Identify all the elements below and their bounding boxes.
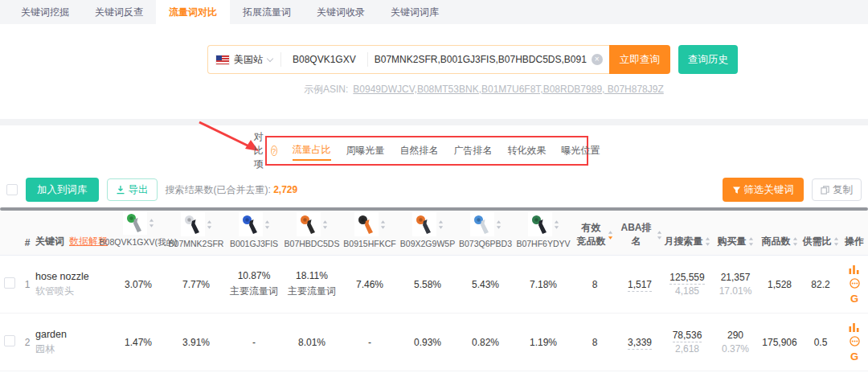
product-photo[interactable]: [470, 212, 494, 236]
sort-icon[interactable]: [792, 236, 798, 247]
product-photo[interactable]: [123, 211, 147, 235]
filter-keywords-button[interactable]: 筛选关键词: [723, 178, 805, 202]
traffic-share-cell: 10.87%主要流量词: [225, 256, 283, 314]
search-section: 美国站 B08QVK1GXV B07MNK2SFR,B001GJ3FIS,B07…: [0, 24, 868, 119]
sort-icon[interactable]: [705, 236, 710, 247]
copy-button[interactable]: 复制: [812, 178, 862, 201]
main-asin-input[interactable]: B08QVK1GXV: [281, 54, 367, 65]
header-goods-count: 商品数: [759, 211, 800, 256]
goods-count-cell: 175,906: [759, 314, 800, 371]
sort-icon[interactable]: [657, 230, 662, 240]
google-trends-icon[interactable]: G: [850, 350, 858, 363]
header-product-7: B07HF6YDYV: [514, 211, 572, 256]
us-flag-icon: [216, 55, 229, 64]
product-photo[interactable]: [412, 212, 436, 236]
nav-tab-expand-traffic[interactable]: 拓展流量词: [230, 0, 304, 24]
sort-icon[interactable]: [554, 219, 559, 230]
compare-tab-conversion[interactable]: 转化效果: [508, 141, 547, 160]
funnel-icon: [732, 186, 741, 195]
sort-icon[interactable]: [748, 236, 754, 247]
keyword-cell[interactable]: hose nozzle 软管喷头: [35, 256, 109, 314]
nav-tab-keyword-index[interactable]: 关键词收录: [304, 0, 378, 24]
example-asin-row: 示例ASIN:B0949DWJCV,B08MT53BNK,B01M7U6F8T,…: [304, 83, 868, 96]
site-selector-value: 美国站: [234, 53, 263, 67]
traffic-share-cell: 1.19%: [514, 314, 572, 371]
sort-icon[interactable]: [496, 219, 502, 230]
export-button[interactable]: 导出: [107, 178, 158, 201]
supply-demand-cell: 0.5: [800, 314, 841, 371]
sort-icon-active-desc[interactable]: [608, 230, 613, 240]
select-all-checkbox[interactable]: [6, 184, 18, 195]
traffic-share-cell: 8.01%: [283, 314, 341, 371]
more-detail-icon[interactable]: [850, 278, 860, 290]
header-index: #: [19, 211, 35, 256]
spray-nozzle-icon: [125, 212, 145, 233]
compare-tab-organic-rank[interactable]: 自然排名: [400, 141, 439, 160]
more-detail-icon[interactable]: [850, 336, 860, 348]
compare-tab-weekly-impressions[interactable]: 周曝光量: [346, 141, 385, 160]
trend-chart-icon[interactable]: [849, 264, 860, 276]
header-competitors: 有效 竞品数: [572, 211, 617, 256]
traffic-share-cell: -: [341, 314, 399, 371]
competitors-cell: 8: [572, 314, 617, 371]
spray-nozzle-icon: [472, 214, 493, 235]
header-purchase: 购买量: [712, 211, 759, 256]
sort-icon[interactable]: [264, 219, 270, 230]
toolbar: 加入到词库 导出 搜索结果数(已合并去重): 2,729 筛选关键词 复制: [0, 172, 868, 207]
query-history-button[interactable]: 查询历史: [678, 45, 738, 74]
download-icon: [116, 185, 125, 195]
header-product-2: B001GJ3FIS: [225, 211, 283, 256]
spray-nozzle-icon: [414, 214, 435, 235]
sort-icon[interactable]: [833, 236, 839, 247]
trend-chart-icon[interactable]: [849, 322, 860, 334]
spray-nozzle-icon: [240, 214, 261, 235]
keyword-table: # 关键词 数据解释 B08QV: [0, 211, 868, 371]
nav-tab-reverse-lookup[interactable]: 关键词反查: [82, 0, 156, 24]
traffic-share-cell: 0.93%: [399, 314, 457, 371]
compare-tab-ad-rank[interactable]: 广告排名: [454, 141, 493, 160]
sort-icon[interactable]: [438, 219, 444, 230]
example-asin-list[interactable]: B0949DWJCV,B08MT53BNK,B01M7U6F8T,B08RDB7…: [353, 84, 663, 95]
sort-icon[interactable]: [380, 219, 386, 230]
traffic-share-cell: 7.46%: [341, 256, 399, 314]
table-row: 2 garden 园林 1.47% 3.91% - 8.01% - 0.93% …: [0, 314, 868, 371]
traffic-share-cell: 3.91%: [167, 314, 225, 371]
add-to-dict-button[interactable]: 加入到词库: [26, 178, 99, 202]
compare-tab-traffic-share[interactable]: 流量占比: [293, 141, 331, 161]
product-photo[interactable]: [297, 212, 321, 236]
nav-tab-traffic-compare[interactable]: 流量词对比: [156, 0, 230, 24]
site-selector[interactable]: 美国站: [208, 53, 280, 67]
header-keyword: 关键词 数据解释: [35, 211, 109, 256]
header-aba-rank: ABA排名: [617, 211, 662, 256]
result-count-value: 2,729: [273, 184, 297, 195]
chevron-down-icon: [267, 55, 273, 61]
row-checkbox[interactable]: [4, 335, 15, 346]
compare-tabs-section: 对比项 ? 流量占比 周曝光量 自然排名 广告排名 转化效果 曝光位置: [0, 125, 868, 172]
traffic-share-cell: 7.77%: [167, 256, 225, 314]
traffic-share-cell: -: [225, 314, 283, 371]
header-product-4: B0915HFKCF: [341, 211, 399, 256]
compare-tab-exposure-position[interactable]: 曝光位置: [562, 141, 600, 160]
clear-input-icon[interactable]: [592, 54, 603, 65]
compare-asins-input[interactable]: B07MNK2SFR,B001GJ3FIS,B07HBDC5DS,B0915HF…: [368, 54, 609, 65]
purchase-cell: 21,357 17.01%: [712, 256, 759, 314]
product-photo[interactable]: [181, 212, 205, 236]
row-checkbox[interactable]: [4, 277, 15, 289]
query-button[interactable]: 立即查询: [609, 45, 670, 74]
traffic-share-cell: 3.07%: [109, 256, 167, 314]
sort-icon[interactable]: [207, 219, 212, 230]
header-supply-demand: 供需比: [800, 211, 841, 256]
help-question-icon[interactable]: ?: [271, 146, 276, 156]
product-photo[interactable]: [354, 212, 379, 236]
header-product-1: B07MNK2SFR: [167, 211, 225, 256]
header-search-volume: 月搜索量: [662, 211, 712, 256]
keyword-cell[interactable]: garden 园林: [35, 314, 109, 371]
nav-tab-keyword-library[interactable]: 关键词词库: [378, 0, 452, 24]
row-index: 1: [19, 256, 35, 314]
sort-icon[interactable]: [322, 219, 328, 230]
google-trends-icon[interactable]: G: [850, 293, 858, 305]
product-photo[interactable]: [528, 212, 552, 236]
nav-tab-keyword-mining[interactable]: 关键词挖掘: [8, 0, 82, 24]
product-photo[interactable]: [239, 212, 263, 236]
sort-icon[interactable]: [149, 218, 154, 228]
